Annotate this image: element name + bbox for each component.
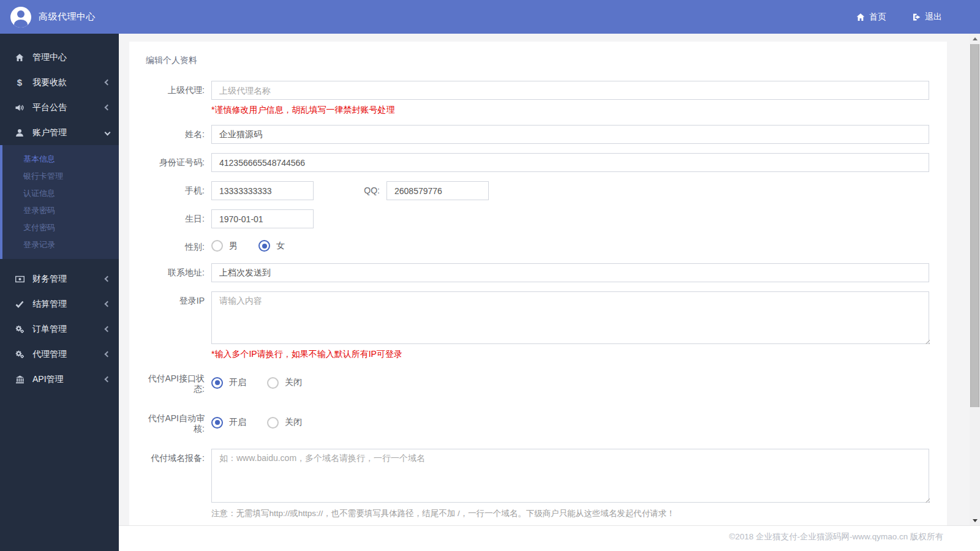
sidebar-item-label: 我要收款	[32, 77, 105, 88]
chevron-down-icon	[105, 130, 111, 136]
chevron-left-icon	[105, 80, 111, 86]
api-status-on-radio[interactable]	[211, 377, 223, 389]
sidebar-item-label: 代理管理	[32, 349, 105, 360]
sidebar-item-label: API管理	[32, 374, 105, 385]
field-api-status: 代付API接口状态: 开启 关闭	[146, 369, 922, 394]
sidebar-item-finance[interactable]: 财务管理	[0, 266, 119, 291]
gender-label: 性别:	[146, 238, 205, 252]
sidebar-item-label: 结算管理	[32, 299, 105, 310]
field-mobile-qq: 手机: QQ:	[146, 181, 922, 200]
id-number-label: 身份证号码:	[146, 153, 205, 172]
page-footer: ©2018 企业猫支付-企业猫源码网-www.qymao.cn 版权所有	[119, 525, 980, 551]
api-auto-audit-on-radio[interactable]	[211, 417, 223, 429]
api-auto-audit-label: 代付API自动审核:	[146, 409, 205, 434]
qq-label: QQ:	[314, 181, 380, 195]
nav-logout-label: 退出	[925, 12, 942, 23]
chevron-left-icon	[105, 326, 111, 332]
home-icon	[856, 13, 865, 21]
superior-agent-label: 上级代理:	[146, 81, 205, 116]
money-icon	[15, 276, 24, 283]
superior-agent-input[interactable]	[211, 81, 929, 100]
api-status-on-label: 开启	[229, 377, 246, 388]
gender-female-radio[interactable]	[258, 240, 270, 252]
field-id-number: 身份证号码:	[146, 153, 922, 172]
submenu-item-basic-info[interactable]: 基本信息	[2, 151, 119, 168]
birthday-input[interactable]	[211, 209, 314, 228]
qq-input[interactable]	[386, 181, 489, 200]
submenu-item-bank-cards[interactable]: 银行卡管理	[2, 168, 119, 185]
user-icon	[15, 129, 24, 137]
sidebar-item-collect[interactable]: $ 我要收款	[0, 70, 119, 95]
sidebar-item-label: 管理中心	[32, 52, 110, 63]
field-birthday: 生日:	[146, 209, 922, 228]
api-auto-audit-off-radio[interactable]	[267, 417, 279, 429]
sidebar-item-announcements[interactable]: 平台公告	[0, 95, 119, 120]
login-ip-textarea[interactable]	[211, 291, 929, 344]
address-input[interactable]	[211, 263, 929, 282]
top-navbar: 高级代理中心 首页 退出	[0, 0, 980, 34]
field-superior-agent: 上级代理: *谨慎修改用户信息，胡乱填写一律禁封账号处理	[146, 81, 922, 116]
field-name: 姓名:	[146, 125, 922, 144]
submenu-item-pay-password[interactable]: 支付密码	[2, 219, 119, 236]
chevron-left-icon	[105, 105, 111, 111]
login-ip-label: 登录IP	[146, 291, 205, 360]
edit-profile-form: 编辑个人资料 上级代理: *谨慎修改用户信息，胡乱填写一律禁封账号处理 姓名: …	[129, 42, 947, 519]
sidebar-item-agents[interactable]: 代理管理	[0, 342, 119, 367]
api-status-off-radio[interactable]	[267, 377, 279, 389]
sidebar-item-admin-center[interactable]: 管理中心	[0, 45, 119, 70]
submenu-item-login-records[interactable]: 登录记录	[2, 236, 119, 253]
sidebar-item-label: 订单管理	[32, 324, 105, 335]
sidebar-item-label: 平台公告	[32, 102, 105, 113]
scroll-up-arrow-icon[interactable]	[970, 34, 980, 43]
payout-domains-note: 注意：无需填写http://或https://，也不需要填写具体路径，结尾不加 …	[211, 508, 929, 519]
bank-icon	[15, 375, 24, 384]
payout-domains-label: 代付域名报备:	[146, 449, 205, 519]
cogs-icon	[15, 350, 24, 359]
id-number-input[interactable]	[211, 153, 929, 172]
field-payout-domains: 代付域名报备: 注意：无需填写http://或https://，也不需要填写具体…	[146, 449, 922, 519]
sidebar: 管理中心 $ 我要收款 平台公告 账户管理 基本信息 银行卡管理 认证信息 登录…	[0, 34, 119, 551]
submenu-item-verification[interactable]: 认证信息	[2, 185, 119, 202]
name-input[interactable]	[211, 125, 929, 144]
scroll-down-arrow-icon[interactable]	[970, 515, 980, 525]
sign-out-icon	[912, 13, 921, 21]
navbar-right: 首页 退出	[856, 12, 980, 23]
copyright-text: ©2018 企业猫支付-企业猫源码网-www.qymao.cn 版权所有	[119, 526, 980, 542]
name-label: 姓名:	[146, 125, 205, 144]
sidebar-item-orders[interactable]: 订单管理	[0, 317, 119, 342]
account-submenu: 基本信息 银行卡管理 认证信息 登录密码 支付密码 登录记录	[0, 145, 119, 259]
login-ip-warning: *输入多个IP请换行，如果不输入默认所有IP可登录	[211, 349, 929, 360]
sidebar-item-label: 账户管理	[32, 127, 105, 138]
gender-male-radio[interactable]	[211, 240, 223, 252]
field-api-auto-audit: 代付API自动审核: 开启 关闭	[146, 409, 922, 434]
api-auto-audit-on-label: 开启	[229, 417, 246, 428]
volume-icon	[15, 103, 24, 112]
gender-male-label: 男	[229, 241, 238, 252]
api-status-label: 代付API接口状态:	[146, 369, 205, 394]
home-icon	[15, 53, 24, 62]
nav-logout-link[interactable]: 退出	[912, 12, 942, 23]
api-status-off-label: 关闭	[285, 377, 302, 388]
check-icon	[15, 301, 24, 308]
app-title: 高级代理中心	[39, 11, 96, 23]
profile-card: 编辑个人资料 上级代理: *谨慎修改用户信息，胡乱填写一律禁封账号处理 姓名: …	[129, 42, 947, 525]
chevron-left-icon	[105, 377, 111, 383]
main-content: 编辑个人资料 上级代理: *谨慎修改用户信息，胡乱填写一律禁封账号处理 姓名: …	[119, 34, 980, 551]
sidebar-item-api[interactable]: API管理	[0, 367, 119, 392]
field-gender: 性别: 男 女	[146, 238, 922, 252]
birthday-label: 生日:	[146, 209, 205, 228]
mobile-input[interactable]	[211, 181, 314, 200]
sidebar-item-settlement[interactable]: 结算管理	[0, 291, 119, 317]
user-avatar-icon[interactable]	[10, 7, 31, 28]
payout-domains-textarea[interactable]	[211, 449, 929, 503]
chevron-left-icon	[105, 276, 111, 282]
sidebar-item-account[interactable]: 账户管理	[0, 120, 119, 145]
chevron-left-icon	[105, 301, 111, 307]
address-label: 联系地址:	[146, 263, 205, 282]
gender-female-label: 女	[276, 241, 285, 252]
submenu-item-login-password[interactable]: 登录密码	[2, 202, 119, 219]
nav-home-link[interactable]: 首页	[856, 12, 886, 23]
vertical-scrollbar[interactable]	[970, 34, 980, 525]
scrollbar-thumb[interactable]	[970, 44, 979, 407]
dollar-icon: $	[15, 77, 24, 88]
